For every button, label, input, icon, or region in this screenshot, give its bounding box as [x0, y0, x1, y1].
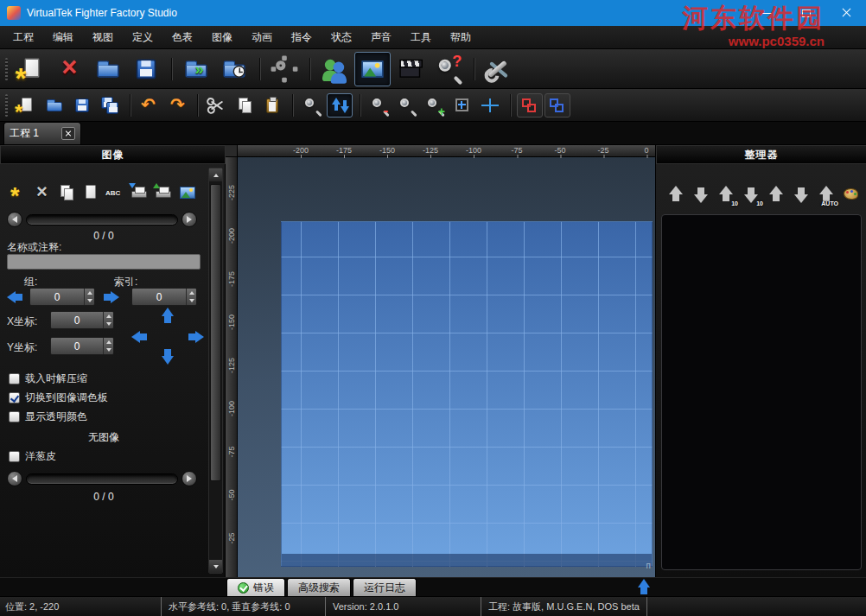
organizer-list[interactable] [661, 214, 862, 570]
search-button[interactable]: ? [430, 52, 467, 86]
prev-group-button[interactable] [5, 287, 26, 308]
paste-sprite-button[interactable] [80, 181, 102, 204]
cut-button[interactable] [204, 93, 230, 117]
group-spin-buttons[interactable] [84, 289, 94, 305]
menu-animations[interactable]: 动画 [242, 26, 282, 49]
characters-button[interactable] [316, 52, 353, 86]
spin-up-button[interactable] [104, 338, 113, 346]
guides-button[interactable] [477, 93, 503, 117]
set-image-button[interactable] [176, 181, 199, 204]
switch-palette-checkbox[interactable]: 切换到图像调色板 [9, 391, 108, 405]
recent-projects-button[interactable] [216, 52, 252, 86]
next-group-button[interactable] [100, 287, 121, 308]
new-file-button[interactable]: * [14, 93, 40, 117]
bottom-tab-errors[interactable]: 错误 [226, 578, 285, 597]
project-tab-close-button[interactable] [61, 127, 75, 140]
spin-up-button[interactable] [85, 289, 94, 297]
copy-button[interactable] [232, 93, 258, 117]
move-image-left-button[interactable] [130, 327, 150, 347]
menu-definitions[interactable]: 定义 [123, 26, 162, 49]
stage-grid[interactable] [281, 221, 653, 567]
rename-sprite-button[interactable]: ABC [104, 181, 126, 204]
paste-button[interactable] [259, 93, 285, 117]
move-up-button[interactable] [665, 183, 687, 206]
horizontal-ruler[interactable]: -200-175-150-125-100-75-50-250 [238, 145, 655, 157]
delete-sprite-button[interactable]: × [31, 181, 54, 204]
palette-button[interactable] [840, 183, 863, 206]
scroll-up-button[interactable] [209, 168, 222, 181]
checkbox-box[interactable] [9, 373, 20, 384]
y-spin-buttons[interactable] [103, 338, 113, 354]
maximize-button[interactable] [786, 0, 826, 26]
minimize-button[interactable] [747, 0, 786, 26]
move-image-down-button[interactable] [157, 346, 178, 366]
preview-button[interactable] [299, 93, 325, 117]
zoom-out-button[interactable]: - [366, 93, 392, 117]
spin-down-button[interactable] [104, 321, 113, 329]
canvas-scroll-up-button[interactable] [634, 580, 651, 595]
spin-up-button[interactable] [187, 289, 196, 297]
bottom-tab-advanced-search[interactable]: 高级搜索 [287, 578, 351, 597]
zoom-in-button[interactable]: + [422, 93, 448, 117]
save-file-button[interactable] [69, 93, 95, 117]
scroll-down-button[interactable] [209, 560, 222, 573]
auto-arrange-button[interactable]: AUTO [815, 183, 837, 206]
onion-skin-checkbox[interactable]: 洋葱皮 [9, 449, 56, 464]
onion-slider-left-button[interactable] [7, 471, 22, 486]
spin-down-button[interactable] [187, 297, 196, 306]
close-project-button[interactable]: × [52, 52, 88, 86]
decompress-checkbox[interactable]: 载入时解压缩 [9, 372, 87, 386]
onion-previous-button[interactable] [517, 93, 543, 117]
undo-button[interactable]: ↶ [137, 93, 162, 117]
menu-palette[interactable]: 色表 [162, 26, 202, 49]
menu-states[interactable]: 状态 [322, 26, 361, 49]
name-input[interactable] [7, 254, 201, 270]
tools-button[interactable] [481, 52, 517, 86]
tab-project-1[interactable]: 工程 1 [3, 122, 81, 144]
scroll-thumb[interactable] [210, 184, 221, 481]
move-image-up-button[interactable] [157, 306, 178, 327]
index-spin-buttons[interactable] [186, 289, 196, 305]
checkbox-box[interactable] [9, 411, 20, 422]
show-transparent-checkbox[interactable]: 显示透明颜色 [9, 410, 87, 424]
vertical-ruler[interactable]: -225-200-175-150-125-100-75-50-25 [226, 157, 238, 577]
spin-down-button[interactable] [104, 346, 113, 355]
menu-project[interactable]: 工程 [3, 26, 43, 49]
move-down-button[interactable] [690, 183, 712, 206]
open-project-button[interactable] [90, 52, 126, 86]
move-image-right-button[interactable] [185, 327, 206, 347]
menu-images[interactable]: 图像 [202, 26, 242, 49]
zoom-reset-button[interactable] [394, 93, 420, 117]
options-button[interactable] [266, 52, 302, 86]
checkbox-box[interactable] [9, 392, 20, 403]
close-button[interactable] [826, 0, 866, 26]
save-as-button[interactable] [97, 93, 123, 117]
group-spinner[interactable]: 0 [29, 288, 95, 306]
canvas-area[interactable]: -200-175-150-125-100-75-50-250 -225-200-… [226, 145, 655, 577]
x-spinner[interactable]: 0 [50, 311, 114, 329]
move-to-bottom-button[interactable] [790, 183, 812, 206]
open-file-button[interactable] [41, 93, 67, 117]
export-sprite-button[interactable] [152, 181, 175, 204]
animations-button[interactable] [392, 52, 429, 86]
menu-sounds[interactable]: 声音 [361, 26, 401, 49]
onion-next-button[interactable] [544, 93, 570, 117]
images-button[interactable] [354, 52, 391, 86]
spin-down-button[interactable] [85, 297, 94, 306]
y-spinner[interactable]: 0 [50, 337, 114, 355]
open-all-button[interactable]: » [178, 52, 214, 86]
move-to-top-button[interactable] [765, 183, 787, 206]
menu-commands[interactable]: 指令 [282, 26, 322, 49]
zoom-fit-button[interactable] [449, 93, 475, 117]
bottom-tab-run-log[interactable]: 运行日志 [353, 578, 417, 597]
spin-up-button[interactable] [104, 312, 113, 321]
onion-slider-track[interactable] [26, 473, 178, 485]
onion-slider-right-button[interactable] [181, 471, 197, 486]
duplicate-sprite-button[interactable] [55, 181, 78, 204]
image-panel-scrollbar[interactable] [208, 168, 223, 574]
x-spin-buttons[interactable] [103, 312, 113, 328]
sprite-slider-right-button[interactable] [181, 212, 197, 227]
redo-button[interactable]: ↷ [164, 93, 190, 117]
new-project-button[interactable]: * [14, 52, 50, 86]
index-spinner[interactable]: 0 [131, 288, 197, 306]
